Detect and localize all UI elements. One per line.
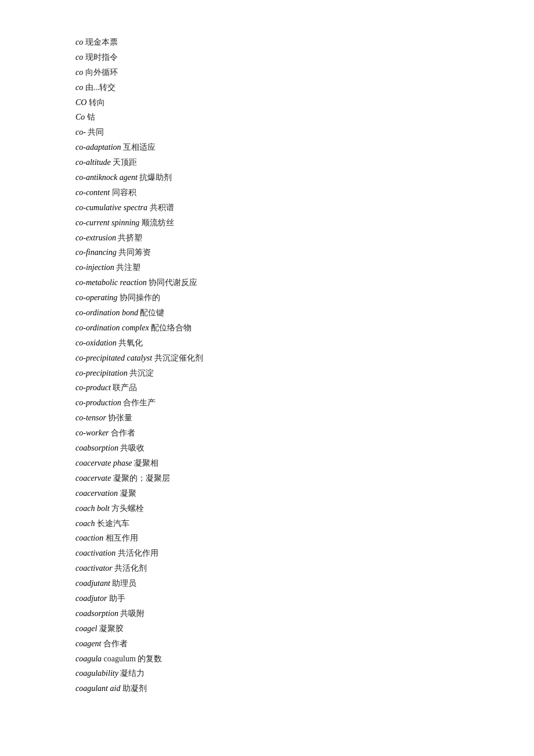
entry-term: coadsorption xyxy=(75,609,118,618)
list-item: co- 共同 xyxy=(75,125,534,140)
entry-def: 配位键 xyxy=(140,308,164,317)
entry-term: co xyxy=(75,53,83,62)
entry-def: 相互作用 xyxy=(106,534,138,542)
list-item: co-altitude 天顶距 xyxy=(75,155,534,170)
entry-def: 顺流纺丝 xyxy=(142,218,174,227)
list-item: coadjutor 助手 xyxy=(75,591,534,606)
entry-term: coagulant aid xyxy=(75,684,120,693)
entry-def: 协同操作的 xyxy=(120,293,160,302)
list-item: co-ordination bond 配位键 xyxy=(75,305,534,321)
entry-def: 凝聚相 xyxy=(134,459,158,467)
entry-term: co- xyxy=(75,128,86,136)
entry-def: 现金本票 xyxy=(85,38,118,46)
entry-def: 互相适应 xyxy=(123,143,156,152)
list-item: co-current spinning 顺流纺丝 xyxy=(75,215,534,231)
entry-def: 凝聚 xyxy=(120,489,136,498)
entry-term: co xyxy=(75,83,83,92)
list-item: co-antiknock agent 抗爆助剂 xyxy=(75,170,534,185)
list-item: coagel 凝聚胶 xyxy=(75,621,534,636)
entry-term: co-ordination bond xyxy=(75,308,138,317)
list-item: coach 长途汽车 xyxy=(75,516,534,531)
entry-def: 现时指令 xyxy=(85,53,118,62)
list-item: co-operating 协同操作的 xyxy=(75,290,534,305)
entry-def: 共注塑 xyxy=(116,263,140,272)
list-item: co-oxidation 共氧化 xyxy=(75,336,534,351)
list-item: coacervation 凝聚 xyxy=(75,486,534,501)
entry-def: 助理员 xyxy=(112,579,136,588)
entry-def: 凝聚的；凝聚层 xyxy=(113,474,170,483)
entry-term: coacervate xyxy=(75,474,111,483)
entry-def: 协同代谢反应 xyxy=(149,278,197,287)
entry-term: co-ordination complex xyxy=(75,323,149,332)
list-item: co-product 联产品 xyxy=(75,380,534,395)
entry-term: coacervation xyxy=(75,489,118,498)
entry-term: coagent xyxy=(75,639,101,648)
entry-def: 钴 xyxy=(87,113,95,121)
list-item: coadsorption 共吸附 xyxy=(75,606,534,621)
entry-term: co-extrusion xyxy=(75,233,116,242)
entry-term: coach bolt xyxy=(75,504,110,513)
entry-term: co-injection xyxy=(75,263,114,272)
entry-term: coactivator xyxy=(75,564,113,573)
entry-def: 共沉淀 xyxy=(129,369,154,377)
list-item: co-precipitation 共沉淀 xyxy=(75,366,534,381)
entry-def: 共同筹资 xyxy=(118,248,151,257)
entry-def: 共吸收 xyxy=(120,444,145,452)
list-item: co-content 同容积 xyxy=(75,185,534,200)
entry-term: coagula xyxy=(75,654,102,663)
list-item: coactivator 共活化剂 xyxy=(75,561,534,576)
list-item: coadjutant 助理员 xyxy=(75,576,534,591)
list-item: co 由...转交 xyxy=(75,80,534,95)
entry-term: co-product xyxy=(75,383,111,392)
entry-def: 共沉淀催化剂 xyxy=(154,354,203,362)
list-item: coacervate 凝聚的；凝聚层 xyxy=(75,471,534,486)
entry-term: co-antiknock agent xyxy=(75,173,138,182)
entry-term: coactivation xyxy=(75,549,116,557)
entry-def: 抗爆助剂 xyxy=(139,173,172,182)
list-item: Co 钴 xyxy=(75,110,534,125)
entry-def: 助凝剂 xyxy=(122,684,147,693)
entry-def: 转向 xyxy=(89,98,105,107)
entry-def: 共活化剂 xyxy=(114,564,147,573)
entry-term: coabsorption xyxy=(75,444,118,452)
entry-term: co xyxy=(75,68,83,77)
list-item: co-tensor 协张量 xyxy=(75,411,534,426)
list-item: co-extrusion 共挤塑 xyxy=(75,231,534,246)
entry-def: 协张量 xyxy=(108,413,132,422)
entry-def: 同容积 xyxy=(112,188,136,197)
list-item: co-production 合作生产 xyxy=(75,395,534,411)
entry-term: co-financing xyxy=(75,248,117,257)
entry-def: coagulum 的复数 xyxy=(104,654,163,663)
entry-term: co-operating xyxy=(75,293,117,302)
entry-term: coagulability xyxy=(75,669,118,678)
entry-term: co-precipitation xyxy=(75,369,128,377)
entry-def: 凝结力 xyxy=(120,669,145,678)
entry-term: co-oxidation xyxy=(75,339,117,347)
list-item: coagulant aid 助凝剂 xyxy=(75,681,534,696)
entry-term: coagel xyxy=(75,624,97,633)
list-item: coactivation 共活化作用 xyxy=(75,546,534,561)
entry-term: Co xyxy=(75,113,85,121)
list-item: CO 转向 xyxy=(75,95,534,110)
entry-term: co-altitude xyxy=(75,158,111,167)
entry-term: coadjutor xyxy=(75,594,107,603)
list-item: coagulability 凝结力 xyxy=(75,666,534,681)
entry-term: coadjutant xyxy=(75,579,110,588)
entry-term: co-precipitated catalyst xyxy=(75,354,152,362)
entry-term: co xyxy=(75,38,83,46)
entry-def: 联产品 xyxy=(113,383,137,392)
entry-def: 助手 xyxy=(109,594,125,603)
list-item: co-worker 合作者 xyxy=(75,426,534,441)
entry-def: 长途汽车 xyxy=(97,519,129,528)
entry-term: coaction xyxy=(75,534,103,542)
entry-def: 共同 xyxy=(88,128,104,136)
dictionary-list: co 现金本票co 现时指令co 向外循环co 由...转交CO 转向Co 钴c… xyxy=(75,35,534,696)
list-item: coagent 合作者 xyxy=(75,636,534,651)
entry-def: 天顶距 xyxy=(113,158,137,167)
list-item: co-metabolic reaction 协同代谢反应 xyxy=(75,275,534,290)
list-item: coabsorption 共吸收 xyxy=(75,441,534,456)
entry-term: coacervate phase xyxy=(75,459,132,467)
entry-term: co-content xyxy=(75,188,110,197)
list-item: coach bolt 方头螺栓 xyxy=(75,501,534,516)
list-item: co-financing 共同筹资 xyxy=(75,245,534,260)
